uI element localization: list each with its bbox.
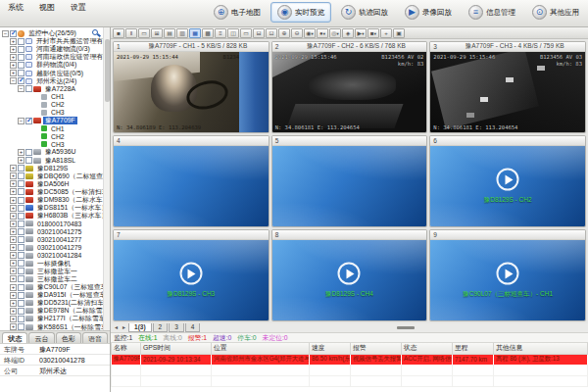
tree-expander-icon[interactable]	[10, 62, 17, 69]
tree-item-label[interactable]: 豫K586S1（一标除雪车）	[35, 322, 110, 330]
tree-expander-icon[interactable]	[10, 46, 17, 53]
video-cell[interactable]: 4	[113, 135, 270, 227]
tree-expander-icon[interactable]	[10, 197, 17, 204]
tree-expander-icon[interactable]	[10, 244, 17, 251]
tree-checkbox[interactable]	[18, 323, 24, 330]
tree-row[interactable]: 豫K586S1（一标除雪车）	[0, 322, 110, 330]
tree-item-label[interactable]: 030210041277	[35, 236, 83, 243]
table-header-cell[interactable]: 报警	[351, 343, 402, 354]
tree-checkbox[interactable]	[25, 157, 32, 164]
video-view[interactable]: 豫D8129S - CH2	[430, 146, 585, 226]
info-management-button[interactable]: ≡ 信息管理	[462, 2, 522, 23]
talk-icon[interactable]: ◎	[329, 28, 341, 38]
menu-item[interactable]: 视图	[31, 0, 63, 15]
tree-expander-icon[interactable]	[10, 323, 17, 330]
layout-4-icon[interactable]: ⊞	[151, 28, 163, 38]
page-tab[interactable]: 3	[169, 323, 184, 332]
video-view[interactable]: 2021-09-29 15:15:44 B123456 AV 01 Km/h: …	[114, 52, 269, 132]
tree-item-label[interactable]: 030210041284	[35, 252, 83, 259]
tree-checkbox[interactable]	[18, 236, 24, 243]
tree-item-label[interactable]: 030210041275	[35, 228, 83, 235]
tree-checkbox[interactable]	[18, 205, 24, 212]
tree-checkbox[interactable]	[18, 180, 24, 187]
tree-expander-icon[interactable]	[10, 268, 17, 274]
tree-row[interactable]: 豫A5936U	[0, 148, 110, 156]
tree-item-label[interactable]: 018000170483	[35, 220, 83, 227]
zoom-out-icon[interactable]: ⊖	[291, 28, 303, 38]
tree-row[interactable]: 030210041275	[0, 227, 110, 235]
tree-search-icon[interactable]	[92, 29, 101, 38]
play-icon[interactable]	[338, 263, 361, 285]
tree-expander-icon[interactable]	[10, 308, 17, 315]
page-next-icon[interactable]: ▸	[121, 323, 127, 332]
table-header-cell[interactable]: 里程	[453, 343, 494, 354]
tree-row[interactable]: CH3	[0, 109, 110, 117]
tree-item-label[interactable]: 郑州禾达(2/4)	[34, 77, 78, 85]
tree-expander-icon[interactable]	[10, 260, 17, 267]
tree-row[interactable]: 030210041277	[0, 235, 110, 243]
tree-item-label[interactable]: CH1	[49, 93, 67, 100]
tree-expander-icon[interactable]	[2, 30, 9, 37]
table-header-cell[interactable]: 其他信息	[494, 343, 588, 354]
grid-expand-icon[interactable]: ▣	[393, 28, 405, 38]
video-view[interactable]	[114, 146, 269, 226]
tree-checkbox[interactable]	[18, 38, 24, 45]
tree-expander-icon[interactable]	[10, 70, 17, 76]
tree-checkbox[interactable]	[18, 188, 24, 195]
tree-row[interactable]: 030210041284	[0, 252, 110, 260]
tree-row[interactable]: 豫A7709F	[0, 117, 110, 124]
tree-item-label[interactable]: 豫DE978N（二标除雪车）	[35, 307, 110, 315]
tree-checkbox[interactable]	[18, 165, 24, 172]
tree-scrollbar-thumb[interactable]	[105, 39, 110, 102]
tree-row[interactable]: 豫A818SL	[0, 157, 110, 165]
tree-item-label[interactable]: CH2	[49, 133, 67, 140]
tree-item-label[interactable]: 监控中心(26/59)	[26, 29, 78, 37]
digital-zoom-icon[interactable]: ⊡	[266, 28, 277, 38]
tree-checkbox[interactable]	[18, 172, 24, 179]
tree-expander-icon[interactable]	[10, 292, 17, 299]
tree-checkbox[interactable]	[10, 30, 17, 37]
tree-expander-icon[interactable]	[10, 188, 17, 195]
table-header-cell[interactable]: 状态	[402, 343, 453, 354]
sidebar-tab[interactable]: 语音	[82, 332, 108, 343]
tree-checkbox[interactable]	[18, 70, 24, 76]
list-view-icon[interactable]: ≡	[215, 28, 226, 38]
layout-8-icon[interactable]: ▥	[176, 28, 188, 38]
tree-checkbox[interactable]	[18, 197, 24, 204]
alarm-icon[interactable]: ◈	[342, 28, 354, 38]
tree-checkbox[interactable]	[18, 252, 24, 259]
tree-item-label[interactable]: 河南瑞政供应链管理有限公司(0/10)	[34, 53, 110, 61]
tree-row[interactable]: 豫DC5085（一标清扫车）	[0, 188, 110, 196]
page-prev-icon[interactable]: ◂	[113, 323, 120, 332]
tree-checkbox[interactable]	[25, 118, 32, 124]
tree-item-label[interactable]: 豫DD5231(二标清扫车)	[35, 299, 108, 307]
video-cell[interactable]: 6 豫D8129S - CH2	[429, 135, 586, 227]
sidebar-tab[interactable]: 云台	[28, 332, 54, 343]
tree-item-label[interactable]: 开封市兵兵搬运管理有限公司(0/6)	[34, 37, 110, 45]
video-view[interactable]: 豫D8129S - CH3	[114, 240, 269, 320]
tree-row[interactable]: 三标撒盐车一	[0, 268, 110, 275]
layout-1-icon[interactable]: ▭	[138, 28, 150, 38]
stop-icon[interactable]: ■	[113, 28, 124, 38]
tree-checkbox[interactable]	[18, 308, 24, 315]
tree-row[interactable]: CH3	[0, 140, 110, 148]
video-view[interactable]: 豫D8129S - CH4	[272, 240, 427, 320]
play-all-icon[interactable]: ▶	[355, 28, 367, 38]
tree-expander-icon[interactable]	[10, 213, 17, 220]
tree-expander-icon[interactable]	[18, 149, 24, 156]
tree-item-label[interactable]: 030210041279	[35, 244, 83, 251]
video-view[interactable]: 2021-09-29 15:15:46 B123456 AV 03 km/h: …	[430, 52, 585, 132]
tree-expander-icon[interactable]	[18, 118, 24, 124]
sidebar-tab[interactable]: 状态	[2, 332, 27, 343]
video-cell[interactable]: 7 豫D8129S - CH3	[113, 229, 270, 321]
tree-row[interactable]: CH1	[0, 93, 110, 101]
tree-row[interactable]: 河南瑞政供应链管理有限公司(0/10)	[0, 53, 110, 61]
tree-checkbox[interactable]	[18, 244, 24, 251]
video-view[interactable]: 豫C90L07（三标巡查车）- CH1	[430, 240, 585, 320]
zoom-in-icon[interactable]: ⊕	[278, 28, 290, 38]
video-cell[interactable]: 8 豫D8129S - CH4	[271, 229, 428, 321]
layout-9-icon[interactable]: ▦	[189, 28, 201, 38]
tree-item-label[interactable]: CH2	[49, 101, 67, 108]
tree-checkbox[interactable]	[18, 228, 24, 235]
tree-checkbox[interactable]	[18, 275, 24, 282]
